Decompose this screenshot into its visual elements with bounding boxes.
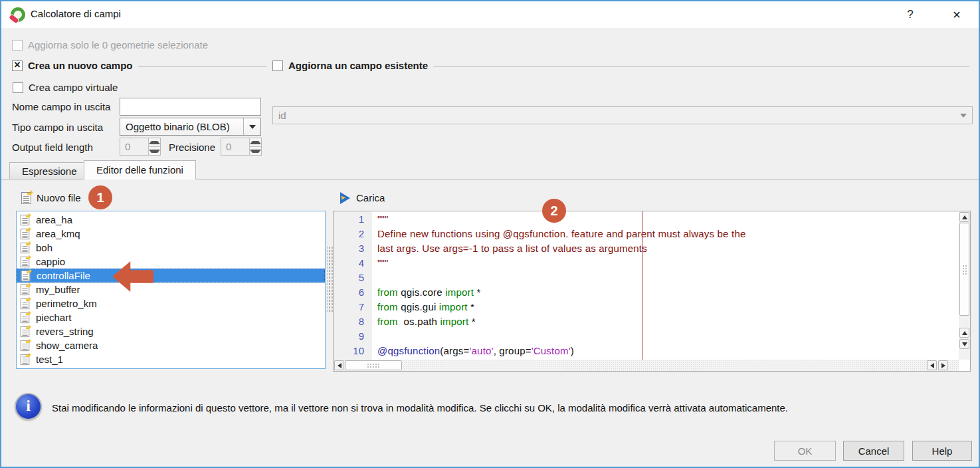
update-existing-checkbox[interactable]: Aggiorna un campo esistente: [272, 60, 428, 71]
tab-espressione[interactable]: Espressione: [9, 162, 90, 179]
file-list-item[interactable]: boh: [17, 241, 325, 255]
function-file-icon: [21, 256, 30, 267]
line-number-gutter: 12345678910: [334, 211, 372, 360]
checkbox-icon: [272, 60, 283, 71]
chevron-down-icon: [955, 107, 972, 124]
line-number: 2: [334, 228, 372, 243]
line-number: 8: [334, 316, 372, 330]
code-area[interactable]: """Define new functions using @qgsfuncti…: [372, 211, 959, 360]
group-divider: [433, 66, 969, 66]
code-line: from os.path import *: [377, 316, 959, 330]
panel-splitter-handle[interactable]: [327, 246, 333, 312]
help-titlebar-button[interactable]: ?: [894, 1, 927, 28]
line-number: 9: [334, 330, 372, 345]
file-list-item[interactable]: piechart: [17, 310, 325, 324]
file-list-item[interactable]: cappio: [17, 255, 325, 269]
code-line: [377, 272, 959, 287]
output-name-input[interactable]: [120, 98, 261, 116]
function-file-icon: [21, 284, 30, 294]
code-line: """: [377, 213, 959, 228]
function-file-icon: [21, 326, 30, 336]
file-name: piechart: [36, 312, 71, 323]
scroll-left-icon[interactable]: [334, 360, 344, 370]
file-list-item[interactable]: my_buffer: [17, 283, 325, 296]
file-name: revers_string: [36, 326, 94, 337]
line-number: 10: [334, 345, 372, 360]
code-line: Define new functions using @qgsfunction.…: [377, 228, 959, 243]
create-new-field-checkbox[interactable]: ✕ Crea un nuovo campo: [12, 60, 133, 71]
vertical-scroll-thumb[interactable]: [959, 223, 969, 316]
line-number: 1: [334, 213, 372, 228]
file-name: area_kmq: [36, 228, 80, 239]
chevron-down-icon: [243, 118, 260, 135]
function-file-icon: [21, 270, 31, 281]
file-list-item[interactable]: perimetro_km: [17, 296, 325, 310]
function-file-icon: [21, 242, 30, 253]
function-file-icon: [21, 312, 30, 322]
new-file-button[interactable]: Nuovo file: [17, 189, 85, 207]
file-name: cappio: [36, 256, 65, 267]
editor-vertical-scrollbar[interactable]: [959, 211, 970, 360]
output-type-combobox[interactable]: Oggetto binario (BLOB): [120, 118, 261, 136]
scroll-up-icon[interactable]: [959, 328, 969, 338]
virtual-field-checkbox[interactable]: Crea campo virtuale: [13, 82, 118, 93]
file-name: perimetro_km: [36, 298, 97, 309]
line-number: 7: [334, 301, 372, 316]
file-name: controllaFile: [37, 270, 90, 281]
file-list-item[interactable]: area_ha: [17, 213, 325, 227]
output-length-spinner: 0: [120, 138, 161, 156]
editor-horizontal-scrollbar[interactable]: [334, 360, 959, 371]
code-line: @qgsfunction(args='auto', group='Custom'…: [377, 345, 959, 360]
info-message: Stai modificando le informazioni di ques…: [52, 402, 959, 413]
line-number: 6: [334, 287, 372, 301]
info-icon: i: [15, 393, 42, 420]
line-number: 4: [334, 257, 372, 272]
window-title: Calcolatore di campi: [31, 8, 121, 19]
code-line: last args. Use args=-1 to pass a list of…: [377, 243, 959, 257]
close-button[interactable]: ✕: [940, 1, 973, 28]
file-list-item[interactable]: controllaFile: [17, 269, 325, 283]
edge-margin-line: [642, 211, 642, 360]
checkbox-checked-icon: ✕: [12, 60, 23, 71]
file-name: test_1: [36, 354, 63, 365]
output-length-label: Output field length: [12, 142, 93, 153]
update-existing-field-group: Aggiorna un campo esistente: [272, 60, 969, 71]
file-list-item[interactable]: revers_string: [17, 324, 325, 338]
function-file-icon: [21, 228, 30, 239]
load-play-icon: [340, 192, 351, 204]
scroll-left-icon[interactable]: [927, 360, 937, 370]
function-file-icon: [21, 214, 30, 225]
annotation-circle-2: 2: [542, 199, 566, 223]
checkbox-icon: [13, 82, 23, 93]
load-button[interactable]: Carica: [336, 189, 389, 207]
file-name: area_ha: [36, 214, 72, 225]
annotation-circle-1: 1: [88, 185, 112, 209]
output-type-label: Tipo campo in uscita: [12, 122, 103, 133]
field-calculator-dialog: Calcolatore di campi ? ✕ Aggiorna solo l…: [0, 0, 980, 468]
ok-button[interactable]: OK: [774, 441, 836, 461]
scroll-down-icon[interactable]: [959, 339, 969, 349]
scroll-up-icon[interactable]: [959, 212, 969, 222]
existing-field-combobox: id: [272, 106, 973, 124]
cancel-button[interactable]: Cancel: [843, 441, 904, 461]
code-line: from qgis.core import *: [377, 287, 959, 301]
code-line: from qgis.gui import *: [377, 301, 959, 316]
help-button[interactable]: Help: [912, 441, 972, 461]
file-list-item[interactable]: show_camera: [17, 338, 325, 352]
file-name: my_buffer: [36, 284, 80, 295]
spinner-arrows-icon: [148, 138, 160, 155]
file-list-item[interactable]: test_1: [17, 352, 325, 366]
file-list-item[interactable]: area_kmq: [17, 227, 325, 241]
code-line: """: [377, 257, 959, 272]
qgis-logo-icon: [11, 7, 25, 22]
new-file-icon: [21, 192, 31, 204]
tab-editor-delle-funzioni[interactable]: Editor delle funzioni: [84, 160, 196, 179]
output-name-label: Nome campo in uscita: [12, 101, 110, 112]
code-line: [377, 330, 959, 345]
spinner-arrows-icon: [249, 138, 261, 155]
scroll-right-icon[interactable]: [938, 360, 948, 370]
code-editor[interactable]: 12345678910 """Define new functions usin…: [333, 211, 971, 372]
precision-label: Precisione: [169, 142, 215, 153]
function-file-icon: [21, 340, 30, 350]
horizontal-scroll-thumb[interactable]: [345, 360, 402, 370]
